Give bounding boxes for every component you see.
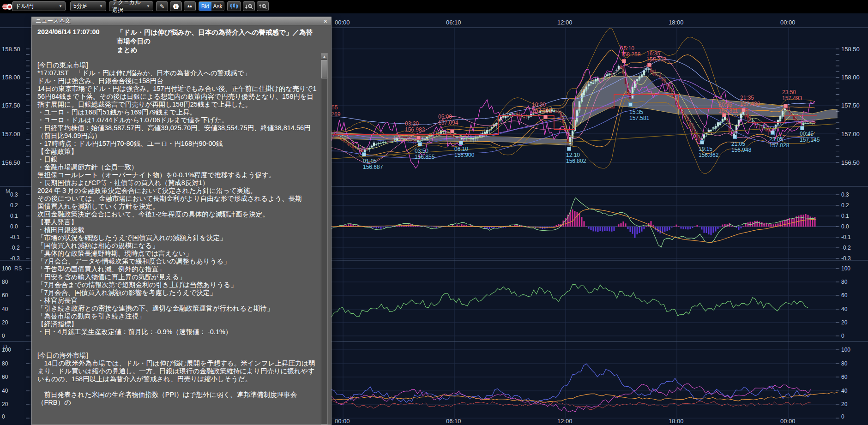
rsi-axis-label-left: 100 [2, 265, 11, 272]
news-line: 「引き続き政府との密接な連携の下、適切な金融政策運営が行われると期待」 [37, 305, 320, 312]
rsi-axis-label-right: 20 [841, 319, 847, 326]
news-line: 2024 年３月の金融政策決定会合において決定された方針に沿って実施。 [37, 187, 320, 195]
ask-button[interactable]: Ask [211, 2, 224, 11]
swing-marker-icon [450, 129, 454, 133]
timeframe-select[interactable]: 5分足 ▼ [70, 1, 106, 11]
rsi-axis-label-right: 80 [841, 279, 847, 285]
draw-tool-button[interactable]: ✎ [156, 1, 168, 11]
price-annotation-high: 10:30157.331 [532, 102, 552, 114]
area-chart-button[interactable]: ▲▲ [184, 1, 196, 11]
macd-axis-label-left: 0.1 [10, 213, 18, 219]
bid-button[interactable]: Bid [199, 2, 211, 11]
news-line: 14日の欧米外為市場では、ドル・円は伸び悩む展開を予想する。米インフレ上昇圧力は… [37, 359, 320, 383]
candle-chart-icon [230, 3, 238, 9]
dmi-axis-label-left: 60 [2, 374, 8, 380]
macd-axis-label-left: 0.2 [10, 202, 18, 209]
price-axis-label-right: 158.50 [841, 46, 860, 53]
scrollbar[interactable]: ▲ [321, 53, 328, 425]
time-axis-label-top: 00:00 [780, 19, 796, 26]
candle-chart-button[interactable] [227, 1, 241, 11]
macd-axis-label-left: 0.3 [10, 192, 18, 198]
swing-marker-icon [628, 102, 633, 107]
news-line: ・長期国債およびCP等・社債等の買入れ（賛成8反対1） [37, 179, 320, 187]
price-annotation-low: 00:45157.145 [800, 131, 820, 143]
news-line: ・ユーロ・円は168円51銭から169円79銭まで上昇。 [37, 108, 320, 116]
rsi-axis-label-left: 80 [2, 279, 8, 285]
technical-select-button[interactable]: テクニカル選択 ▼ [109, 1, 153, 11]
macd-axis-label-left: -0.1 [10, 234, 20, 240]
time-axis-label-bottom: 00:00 [780, 418, 796, 425]
dmi-axis-label-left: 80 [2, 360, 8, 367]
swing-marker-icon [459, 141, 463, 145]
news-popup: ニュース本文 × 2024/06/14 17:07:00 「ドル・円は伸び悩みか… [31, 17, 332, 425]
time-axis-label-bottom: 18:00 [669, 418, 684, 425]
swing-marker-icon [771, 131, 775, 135]
bid-ask-toggle: Bid Ask [199, 1, 224, 11]
technical-select-label: テクニカル選択 [112, 0, 144, 14]
toolbar: ドル/円 ▼ 5分足 ▼ テクニカル選択 ▼ ✎ i ▲▲ Bid Ask [0, 0, 868, 13]
macd-axis-label-right: -0.3 [841, 255, 851, 262]
news-line: 【要人発言】 [37, 218, 320, 226]
news-line: 国債買入れを減額していく方針を決定。 [37, 203, 320, 210]
time-axis-label-bottom: 06:10 [446, 418, 461, 425]
news-line: 「7月会合、国債買入れ減額の影響を考慮したうえで決定」 [37, 289, 320, 297]
dmi-axis-label-left: 40 [2, 388, 8, 394]
zoom-out-button[interactable] [243, 1, 255, 11]
price-annotation-low: 19:15156.862 [699, 146, 718, 158]
news-line: 14日の東京市場でドル・円は強含み。157円付近でもみ合い後、正午前に仕掛け的な… [37, 85, 320, 108]
price-annotation-low: 21:05156.948 [731, 141, 751, 153]
price-annotation-high: 20:35157.311 [718, 102, 738, 114]
panel-label-fragment: D [3, 344, 7, 350]
macd-axis-label-right: -0.1 [841, 234, 851, 240]
panel-label-fragment: RS [14, 265, 22, 272]
dmi-axis-label-right: 40 [841, 388, 847, 394]
news-line: [今日の海外市場] [37, 352, 320, 359]
price-annotation-high: 15:10158.258 [621, 46, 640, 58]
time-axis-label-top: 18:00 [669, 19, 684, 26]
news-line: 「為替市場の動向を引き続き注視」 [37, 312, 320, 320]
chevron-down-icon: ▼ [146, 4, 150, 8]
price-annotation-high: 16:35158.208 [646, 51, 666, 63]
time-axis-label-top: 06:10 [446, 19, 461, 26]
zoom-in-icon [259, 3, 267, 10]
news-body: [今日の東京市場]*17:07JST 「ドル・円は伸び悩みか、日本の為替介入への… [37, 53, 320, 425]
macd-axis-label-left: -0.2 [10, 245, 20, 251]
news-line [37, 383, 320, 391]
news-line: その後については、金融市場において長期金利がより自由な形で形成されるよう、長期 [37, 195, 320, 203]
swing-marker-icon [741, 108, 746, 112]
macd-axis-label-right: 0.2 [841, 202, 849, 209]
dmi-axis-label-right: 0 [841, 413, 844, 420]
price-annotation-low: 23:05157.028 [769, 137, 789, 149]
news-line: ・林官房長官 [37, 297, 320, 305]
zoom-in-button[interactable] [257, 1, 269, 11]
scrollbar-thumb[interactable] [321, 60, 327, 78]
price-axis-label-right: 158.00 [841, 74, 860, 81]
price-axis-label-right: 156.50 [841, 159, 860, 166]
currency-pair-select[interactable]: ドル/円 ▼ [12, 1, 66, 11]
news-line: ・植田日銀総裁 [37, 226, 320, 234]
close-icon[interactable]: × [324, 18, 327, 24]
news-popup-titlebar[interactable]: ニュース本文 × [32, 17, 331, 25]
price-annotation-high: 21:35157.430 [740, 95, 760, 107]
clipped-annotation-fragment: 55 [332, 104, 338, 111]
price-annotation-low: 15:35157.581 [629, 109, 649, 121]
rsi-axis-label-left: 60 [2, 292, 8, 299]
price-annotation-high: 23:50157.493 [782, 90, 802, 102]
dmi-axis-label-left: 0 [2, 413, 5, 420]
rsi-axis-label-right: 60 [841, 292, 847, 299]
currency-pair-value: ドル/円 [15, 2, 34, 10]
mountain-icon: ▲▲ [187, 4, 193, 8]
news-line: ・ユーロ・ドルは1.0744ドルから1.0706ドルまで値を下げた。 [37, 116, 320, 124]
news-line [37, 336, 320, 344]
dmi-axis-label-right: 60 [841, 374, 847, 380]
price-axis-label-right: 157.00 [841, 131, 860, 138]
news-line: ドル・円は強含み、日銀会合後に158円台 [37, 77, 320, 85]
news-line: 「国債買入れ減額は相応の規模になる」 [37, 242, 320, 250]
price-axis-label-left: 158.00 [2, 74, 20, 81]
info-button[interactable]: i [170, 1, 182, 11]
news-line: ・17時時点：ドル円157円70-80銭、ユーロ・円168円90-00銭 [37, 140, 320, 148]
price-annotation-low: 06:10156.900 [454, 146, 474, 158]
scroll-up-icon[interactable]: ▲ [321, 54, 327, 60]
timeframe-value: 5分足 [73, 2, 88, 10]
news-line: （FRB）の [37, 399, 320, 407]
